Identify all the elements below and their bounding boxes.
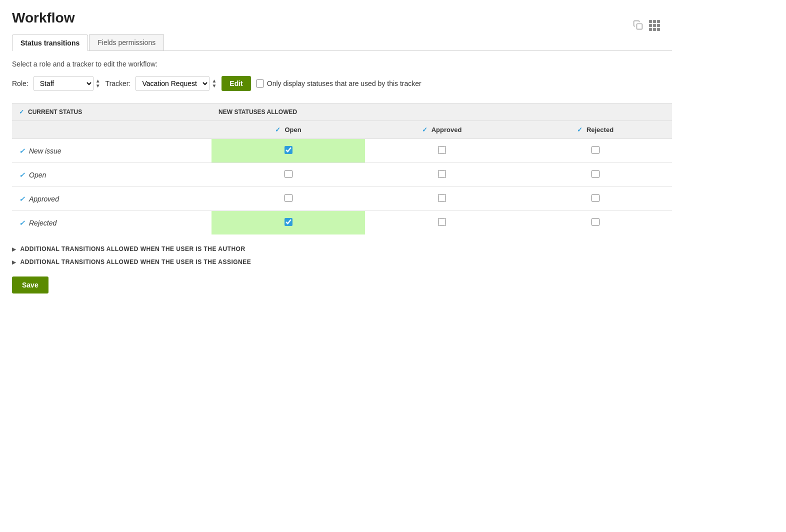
author-section-label: ADDITIONAL TRANSITIONS ALLOWED WHEN THE …	[20, 246, 245, 252]
tab-fields-permissions[interactable]: Fields permissions	[89, 34, 164, 50]
status-cell: ✓New issue	[12, 139, 212, 163]
transition-cell-0-0[interactable]	[212, 139, 365, 163]
status-cell: ✓Rejected	[12, 211, 212, 235]
assignee-section-label: ADDITIONAL TRANSITIONS ALLOWED WHEN THE …	[20, 258, 251, 266]
current-status-check-icon: ✓	[19, 108, 24, 116]
table-row: ✓New issue	[12, 139, 672, 163]
transition-cell-0-1[interactable]	[365, 139, 518, 163]
open-check-icon: ✓	[275, 126, 280, 134]
workflow-table: ✓ CURRENT STATUS NEW STATUSES ALLOWED ✓ …	[12, 103, 672, 234]
new-statuses-header: NEW STATUSES ALLOWED	[212, 104, 672, 121]
only-used-checkbox[interactable]	[256, 80, 264, 88]
col-header-open: ✓ Open	[212, 121, 365, 139]
page-title: Workflow	[12, 10, 672, 26]
role-select-wrapper: Staff Manager Developer Reporter ▲ ▼	[34, 76, 100, 91]
status-label: Rejected	[29, 219, 56, 227]
status-label: Approved	[29, 195, 59, 203]
save-button[interactable]: Save	[12, 276, 48, 294]
assignee-arrow-icon: ▶	[12, 260, 16, 265]
transition-checkbox-1-0[interactable]	[284, 170, 292, 178]
status-cell: ✓Open	[12, 163, 212, 187]
tracker-select[interactable]: Vacation Request Bug Feature Support	[136, 76, 210, 91]
additional-sections: ▶ ADDITIONAL TRANSITIONS ALLOWED WHEN TH…	[12, 242, 672, 268]
grid-apps-icon[interactable]	[649, 20, 660, 32]
role-label: Role:	[12, 80, 28, 88]
copy-icon[interactable]	[633, 20, 643, 32]
edit-button[interactable]: Edit	[222, 76, 250, 91]
transition-checkbox-2-1[interactable]	[438, 194, 446, 202]
tracker-select-wrapper: Vacation Request Bug Feature Support ▲ ▼	[136, 76, 216, 91]
description-text: Select a role and a tracker to edit the …	[12, 60, 672, 68]
table-row: ✓Approved	[12, 187, 672, 211]
tab-status-transitions[interactable]: Status transitions	[12, 34, 88, 51]
transition-checkbox-1-1[interactable]	[438, 170, 446, 178]
blank-header-cell	[12, 121, 212, 139]
transition-checkbox-0-2[interactable]	[592, 146, 600, 154]
col-header-rejected: ✓ Rejected	[518, 121, 672, 139]
author-section[interactable]: ▶ ADDITIONAL TRANSITIONS ALLOWED WHEN TH…	[12, 242, 672, 256]
row-check-icon: ✓	[19, 147, 25, 155]
controls-bar: Role: Staff Manager Developer Reporter ▲…	[12, 76, 672, 91]
transition-cell-3-0[interactable]	[212, 211, 365, 235]
tabs-container: Status transitions Fields permissions	[12, 34, 672, 51]
transition-checkbox-0-1[interactable]	[438, 146, 446, 154]
transition-checkbox-3-2[interactable]	[592, 218, 600, 226]
transition-cell-2-2[interactable]	[518, 187, 672, 211]
role-select[interactable]: Staff Manager Developer Reporter	[34, 76, 94, 91]
only-used-label-text: Only display statuses that are used by t…	[267, 80, 422, 88]
transition-checkbox-0-0[interactable]	[284, 146, 292, 154]
transition-checkbox-2-0[interactable]	[284, 194, 292, 202]
transition-cell-0-2[interactable]	[518, 139, 672, 163]
status-label: Open	[29, 171, 46, 179]
transition-cell-2-1[interactable]	[365, 187, 518, 211]
current-status-header: ✓ CURRENT STATUS	[12, 104, 212, 121]
tracker-label: Tracker:	[106, 80, 131, 88]
row-check-icon: ✓	[19, 219, 25, 227]
transition-checkbox-3-1[interactable]	[438, 218, 446, 226]
transition-checkbox-3-0[interactable]	[284, 218, 292, 226]
tracker-sort-arrows[interactable]: ▲ ▼	[212, 78, 216, 88]
rejected-check-icon: ✓	[577, 126, 582, 134]
table-row: ✓Rejected	[12, 211, 672, 235]
approved-check-icon: ✓	[422, 126, 428, 134]
status-label: New issue	[29, 147, 62, 155]
col-header-approved: ✓ Approved	[365, 121, 518, 139]
transition-checkbox-2-2[interactable]	[592, 194, 600, 202]
only-used-checkbox-label[interactable]: Only display statuses that are used by t…	[256, 80, 422, 88]
transition-cell-3-1[interactable]	[365, 211, 518, 235]
row-check-icon: ✓	[19, 171, 25, 179]
transition-cell-1-0[interactable]	[212, 163, 365, 187]
transition-cell-1-1[interactable]	[365, 163, 518, 187]
svg-rect-0	[637, 24, 642, 30]
transition-checkbox-1-2[interactable]	[592, 170, 600, 178]
role-sort-arrows[interactable]: ▲ ▼	[96, 78, 100, 88]
transition-cell-1-2[interactable]	[518, 163, 672, 187]
table-row: ✓Open	[12, 163, 672, 187]
transition-cell-3-2[interactable]	[518, 211, 672, 235]
row-check-icon: ✓	[19, 195, 25, 203]
transition-cell-2-0[interactable]	[212, 187, 365, 211]
status-cell: ✓Approved	[12, 187, 212, 211]
author-arrow-icon: ▶	[12, 246, 16, 252]
assignee-section[interactable]: ▶ ADDITIONAL TRANSITIONS ALLOWED WHEN TH…	[12, 256, 672, 268]
